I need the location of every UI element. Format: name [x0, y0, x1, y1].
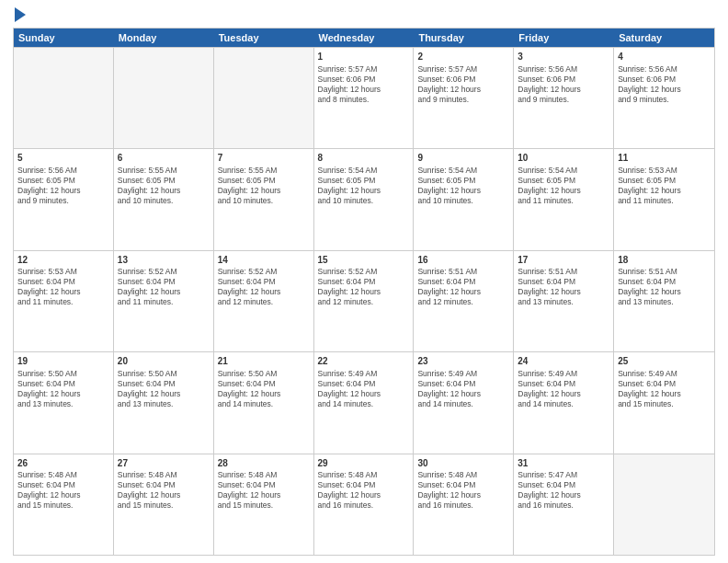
calendar-row: 19Sunrise: 5:50 AM Sunset: 6:04 PM Dayli… — [14, 351, 714, 453]
calendar-cell: 14Sunrise: 5:52 AM Sunset: 6:04 PM Dayli… — [214, 251, 314, 351]
calendar-cell: 2Sunrise: 5:57 AM Sunset: 6:06 PM Daylig… — [414, 48, 514, 148]
cell-info: Sunrise: 5:48 AM Sunset: 6:04 PM Dayligh… — [218, 470, 310, 511]
day-number: 23 — [417, 355, 509, 368]
cell-info: Sunrise: 5:48 AM Sunset: 6:04 PM Dayligh… — [118, 470, 210, 511]
cell-info: Sunrise: 5:51 AM Sunset: 6:04 PM Dayligh… — [518, 267, 609, 307]
calendar-cell: 30Sunrise: 5:48 AM Sunset: 6:04 PM Dayli… — [414, 454, 514, 555]
cell-info: Sunrise: 5:50 AM Sunset: 6:04 PM Dayligh… — [118, 369, 210, 409]
calendar-cell: 19Sunrise: 5:50 AM Sunset: 6:04 PM Dayli… — [14, 352, 114, 453]
cell-info: Sunrise: 5:53 AM Sunset: 6:05 PM Dayligh… — [618, 166, 711, 206]
calendar-cell: 13Sunrise: 5:52 AM Sunset: 6:04 PM Dayli… — [114, 251, 214, 351]
day-number: 22 — [318, 355, 410, 368]
calendar-row: 26Sunrise: 5:48 AM Sunset: 6:04 PM Dayli… — [14, 454, 714, 555]
day-number: 31 — [518, 457, 609, 470]
calendar: SundayMondayTuesdayWednesdayThursdayFrid… — [13, 28, 715, 556]
calendar-cell: 25Sunrise: 5:49 AM Sunset: 6:04 PM Dayli… — [614, 352, 714, 453]
day-number: 11 — [618, 152, 711, 165]
calendar-cell: 28Sunrise: 5:48 AM Sunset: 6:04 PM Dayli… — [214, 454, 314, 555]
cell-info: Sunrise: 5:52 AM Sunset: 6:04 PM Dayligh… — [318, 267, 410, 307]
calendar-cell: 7Sunrise: 5:55 AM Sunset: 6:05 PM Daylig… — [214, 149, 314, 249]
calendar-header-cell: Sunday — [14, 29, 114, 47]
calendar-cell: 24Sunrise: 5:49 AM Sunset: 6:04 PM Dayli… — [514, 352, 614, 453]
day-number: 30 — [417, 457, 509, 470]
cell-info: Sunrise: 5:55 AM Sunset: 6:05 PM Dayligh… — [218, 166, 310, 206]
day-number: 18 — [618, 254, 711, 267]
calendar-body: 1Sunrise: 5:57 AM Sunset: 6:06 PM Daylig… — [14, 47, 714, 555]
cell-info: Sunrise: 5:49 AM Sunset: 6:04 PM Dayligh… — [318, 369, 410, 409]
calendar-cell: 18Sunrise: 5:51 AM Sunset: 6:04 PM Dayli… — [614, 251, 714, 351]
logo-arrow-icon — [15, 7, 26, 22]
cell-info: Sunrise: 5:52 AM Sunset: 6:04 PM Dayligh… — [118, 267, 210, 307]
cell-info: Sunrise: 5:51 AM Sunset: 6:04 PM Dayligh… — [417, 267, 509, 307]
day-number: 13 — [118, 254, 210, 267]
calendar-header-cell: Tuesday — [214, 29, 314, 47]
cell-info: Sunrise: 5:53 AM Sunset: 6:04 PM Dayligh… — [17, 267, 109, 307]
day-number: 21 — [218, 355, 310, 368]
day-number: 1 — [318, 51, 410, 63]
day-number: 2 — [417, 51, 509, 63]
calendar-cell: 3Sunrise: 5:56 AM Sunset: 6:06 PM Daylig… — [514, 48, 614, 148]
day-number: 15 — [318, 254, 410, 267]
day-number: 10 — [518, 152, 609, 165]
day-number: 8 — [318, 152, 410, 165]
cell-info: Sunrise: 5:54 AM Sunset: 6:05 PM Dayligh… — [518, 166, 609, 206]
cell-info: Sunrise: 5:54 AM Sunset: 6:05 PM Dayligh… — [318, 166, 410, 206]
cell-info: Sunrise: 5:49 AM Sunset: 6:04 PM Dayligh… — [518, 369, 609, 409]
calendar-row: 1Sunrise: 5:57 AM Sunset: 6:06 PM Daylig… — [14, 47, 714, 148]
cell-info: Sunrise: 5:49 AM Sunset: 6:04 PM Dayligh… — [618, 369, 711, 409]
calendar-cell: 27Sunrise: 5:48 AM Sunset: 6:04 PM Dayli… — [114, 454, 214, 555]
calendar-cell: 23Sunrise: 5:49 AM Sunset: 6:04 PM Dayli… — [414, 352, 514, 453]
calendar-cell: 21Sunrise: 5:50 AM Sunset: 6:04 PM Dayli… — [214, 352, 314, 453]
calendar-cell: 4Sunrise: 5:56 AM Sunset: 6:06 PM Daylig… — [614, 48, 714, 148]
cell-info: Sunrise: 5:57 AM Sunset: 6:06 PM Dayligh… — [417, 64, 509, 105]
calendar-header-cell: Saturday — [614, 29, 714, 47]
calendar-cell: 11Sunrise: 5:53 AM Sunset: 6:05 PM Dayli… — [614, 149, 714, 249]
calendar-cell: 6Sunrise: 5:55 AM Sunset: 6:05 PM Daylig… — [114, 149, 214, 249]
calendar-header: SundayMondayTuesdayWednesdayThursdayFrid… — [14, 29, 714, 47]
calendar-cell: 15Sunrise: 5:52 AM Sunset: 6:04 PM Dayli… — [314, 251, 415, 351]
calendar-cell: 5Sunrise: 5:56 AM Sunset: 6:05 PM Daylig… — [14, 149, 114, 249]
day-number: 6 — [118, 152, 210, 165]
calendar-cell: 29Sunrise: 5:48 AM Sunset: 6:04 PM Dayli… — [314, 454, 415, 555]
logo — [13, 9, 26, 22]
cell-info: Sunrise: 5:50 AM Sunset: 6:04 PM Dayligh… — [17, 369, 109, 409]
cell-info: Sunrise: 5:52 AM Sunset: 6:04 PM Dayligh… — [218, 267, 310, 307]
cell-info: Sunrise: 5:54 AM Sunset: 6:05 PM Dayligh… — [417, 166, 509, 206]
cell-info: Sunrise: 5:49 AM Sunset: 6:04 PM Dayligh… — [417, 369, 509, 409]
day-number: 19 — [17, 355, 109, 368]
day-number: 17 — [518, 254, 609, 267]
cell-info: Sunrise: 5:48 AM Sunset: 6:04 PM Dayligh… — [417, 470, 509, 511]
calendar-row: 5Sunrise: 5:56 AM Sunset: 6:05 PM Daylig… — [14, 148, 714, 249]
day-number: 7 — [218, 152, 310, 165]
day-number: 14 — [218, 254, 310, 267]
cell-info: Sunrise: 5:56 AM Sunset: 6:05 PM Dayligh… — [17, 166, 109, 206]
header — [13, 9, 715, 22]
calendar-header-cell: Monday — [114, 29, 214, 47]
cell-info: Sunrise: 5:55 AM Sunset: 6:05 PM Dayligh… — [118, 166, 210, 206]
calendar-cell: 17Sunrise: 5:51 AM Sunset: 6:04 PM Dayli… — [514, 251, 614, 351]
calendar-cell: 12Sunrise: 5:53 AM Sunset: 6:04 PM Dayli… — [14, 251, 114, 351]
day-number: 28 — [218, 457, 310, 470]
cell-info: Sunrise: 5:47 AM Sunset: 6:04 PM Dayligh… — [518, 470, 609, 511]
cell-info: Sunrise: 5:56 AM Sunset: 6:06 PM Dayligh… — [518, 64, 609, 105]
day-number: 16 — [417, 254, 509, 267]
day-number: 12 — [17, 254, 109, 267]
day-number: 25 — [618, 355, 711, 368]
calendar-cell: 9Sunrise: 5:54 AM Sunset: 6:05 PM Daylig… — [414, 149, 514, 249]
day-number: 20 — [118, 355, 210, 368]
calendar-cell — [114, 48, 214, 148]
calendar-cell: 22Sunrise: 5:49 AM Sunset: 6:04 PM Dayli… — [314, 352, 415, 453]
day-number: 4 — [618, 51, 711, 63]
calendar-cell: 26Sunrise: 5:48 AM Sunset: 6:04 PM Dayli… — [14, 454, 114, 555]
day-number: 5 — [17, 152, 109, 165]
cell-info: Sunrise: 5:48 AM Sunset: 6:04 PM Dayligh… — [17, 470, 109, 511]
calendar-row: 12Sunrise: 5:53 AM Sunset: 6:04 PM Dayli… — [14, 250, 714, 351]
day-number: 24 — [518, 355, 609, 368]
day-number: 27 — [118, 457, 210, 470]
calendar-cell: 10Sunrise: 5:54 AM Sunset: 6:05 PM Dayli… — [514, 149, 614, 249]
day-number: 26 — [17, 457, 109, 470]
calendar-cell: 20Sunrise: 5:50 AM Sunset: 6:04 PM Dayli… — [114, 352, 214, 453]
calendar-header-cell: Thursday — [414, 29, 514, 47]
calendar-page: SundayMondayTuesdayWednesdayThursdayFrid… — [0, 0, 728, 563]
calendar-cell — [614, 454, 714, 555]
